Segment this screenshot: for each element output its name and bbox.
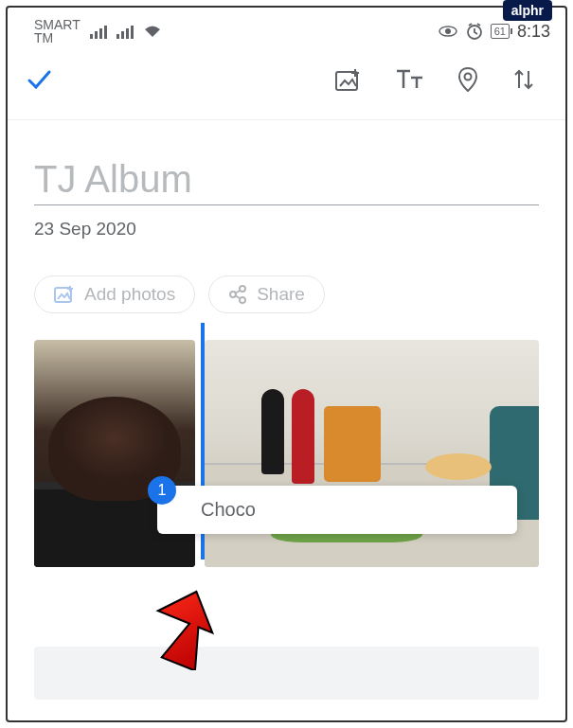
bottom-placeholder — [34, 647, 539, 700]
share-icon — [228, 285, 247, 304]
share-label: Share — [257, 284, 305, 305]
location-button[interactable] — [444, 61, 492, 98]
carrier-line2: TM — [34, 31, 81, 44]
svg-point-1 — [445, 28, 451, 34]
add-image-icon — [334, 67, 361, 92]
alphr-watermark: alphr — [503, 0, 552, 21]
album-date: 23 Sep 2020 — [34, 219, 539, 240]
add-photos-button[interactable]: Add photos — [34, 275, 195, 313]
signal-icon-2 — [116, 24, 134, 39]
wifi-icon — [143, 24, 162, 39]
album-actions: Add photos Share — [8, 249, 565, 323]
device-frame: SMART TM 61 8:13 — [6, 6, 567, 722]
alarm-icon — [466, 23, 483, 40]
clock-label: 8:13 — [517, 22, 550, 42]
signal-icon — [90, 24, 107, 39]
add-photo-button[interactable] — [321, 62, 374, 98]
status-bar: SMART TM 61 8:13 — [8, 8, 565, 51]
add-image-icon — [54, 285, 75, 304]
done-button[interactable] — [25, 65, 53, 94]
clipboard-count-badge: 1 — [148, 476, 176, 505]
battery-icon: 61 — [491, 24, 510, 39]
clipboard-label: Choco — [201, 499, 256, 520]
svg-point-4 — [465, 74, 472, 80]
share-button[interactable]: Share — [208, 275, 325, 313]
eye-icon — [438, 24, 458, 39]
clipboard-chip[interactable]: 1 Choco — [157, 486, 517, 534]
location-icon — [457, 66, 478, 93]
sort-button[interactable] — [499, 62, 548, 98]
svg-point-6 — [240, 286, 245, 292]
carrier-line1: SMART — [34, 18, 81, 31]
toolbar — [8, 51, 565, 120]
album-header: TJ Album 23 Sep 2020 — [8, 120, 565, 249]
album-title-input[interactable]: TJ Album — [34, 158, 539, 205]
sort-icon — [512, 67, 535, 92]
check-icon — [25, 65, 53, 94]
svg-point-8 — [240, 297, 245, 303]
add-photos-label: Add photos — [84, 284, 175, 305]
carrier-label: SMART TM — [34, 18, 81, 44]
photo-grid: 1 Choco — [8, 323, 565, 569]
text-icon — [395, 68, 423, 91]
text-button[interactable] — [382, 62, 437, 97]
